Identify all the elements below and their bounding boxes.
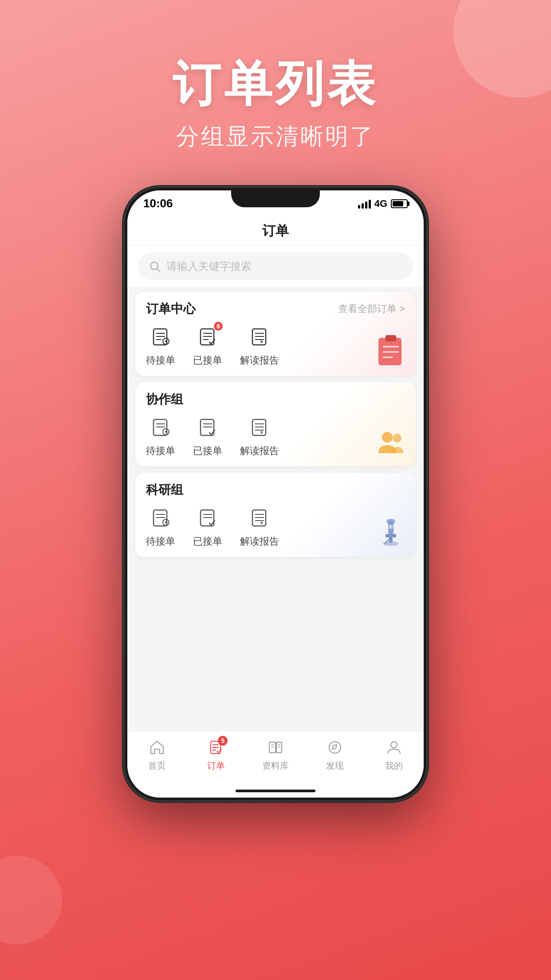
research-report-icon (249, 507, 270, 529)
research-pending-icon-box (148, 506, 173, 530)
search-placeholder: 请输入关键字搜索 (166, 259, 252, 273)
svg-point-68 (391, 742, 397, 748)
order-center-link[interactable]: 查看全部订单 > (338, 302, 405, 316)
collab-report-icon (249, 417, 270, 438)
svg-rect-18 (386, 335, 396, 341)
home-indicator (127, 784, 424, 798)
microscope-deco-icon (377, 518, 407, 550)
phone-screen: 10:06 4G 订单 (127, 190, 424, 798)
svg-point-51 (386, 519, 395, 524)
pending-icon-box (148, 324, 173, 349)
collab-accepted-icon-box (195, 415, 220, 440)
order-center-deco (375, 333, 407, 369)
tab-item-library[interactable]: 资料库 (246, 738, 305, 772)
accepted-icon-box: 9 (195, 324, 220, 349)
svg-point-67 (329, 742, 341, 753)
collab-deco (375, 427, 407, 459)
tab-label-profile: 我的 (385, 760, 403, 772)
research-report-icon-box (247, 506, 272, 530)
svg-rect-61 (269, 742, 276, 753)
tab-label-home: 首页 (148, 760, 166, 772)
order-tab-icon: 5 (206, 738, 226, 757)
svg-rect-52 (386, 534, 396, 537)
status-time: 10:06 (143, 197, 173, 210)
accepted-label: 已接单 (193, 354, 222, 367)
bg-circle-bottom (0, 856, 62, 944)
home-tab-icon (147, 738, 167, 757)
research-accepted-icon (197, 507, 218, 529)
research-accepted-label: 已接单 (193, 535, 222, 548)
accepted-badge: 9 (214, 322, 223, 331)
phone-wrapper: 10:06 4G 订单 (0, 188, 551, 800)
tab-item-home[interactable]: 首页 (127, 738, 187, 772)
report-icon-box (247, 324, 272, 349)
discover-icon (327, 739, 343, 755)
order-center-item-0[interactable]: 待接单 (146, 324, 175, 367)
research-header: 科研组 (146, 482, 405, 498)
svg-line-1 (157, 269, 160, 271)
collab-icons: 待接单 已接单 (146, 415, 405, 458)
status-bar: 10:06 4G (127, 190, 424, 217)
svg-point-56 (389, 525, 393, 529)
tab-item-discover[interactable]: 发现 (305, 738, 365, 772)
svg-point-36 (393, 434, 401, 443)
search-icon (149, 260, 161, 273)
order-center-card: 订单中心 查看全部订单 > (135, 292, 416, 376)
signal-bar-4 (369, 200, 371, 209)
tab-label-order: 订单 (207, 760, 225, 772)
research-pending-label: 待接单 (146, 535, 175, 548)
collab-title: 协作组 (146, 391, 183, 408)
content-area: 订单中心 查看全部订单 > (127, 287, 424, 731)
nav-title: 订单 (262, 222, 289, 240)
signal-bars (358, 199, 371, 209)
collab-accepted-icon (197, 417, 218, 438)
status-icons: 4G (358, 198, 408, 209)
status-4g: 4G (374, 198, 387, 209)
svg-point-0 (151, 262, 158, 269)
tab-bar: 首页 5 订单 (127, 731, 424, 784)
tab-item-profile[interactable]: 我的 (364, 738, 424, 772)
tab-label-library: 资料库 (262, 760, 289, 772)
profile-tab-icon (384, 738, 404, 757)
research-report-label: 解读报告 (240, 535, 279, 548)
collab-pending-icon-box (148, 415, 173, 440)
research-group-card: 科研组 (135, 473, 416, 557)
search-area: 请输入关键字搜索 (127, 245, 424, 287)
home-bar (236, 790, 315, 792)
order-center-title: 订单中心 (146, 300, 196, 317)
collab-report-icon-box (247, 415, 272, 440)
nav-bar: 订单 (127, 217, 424, 245)
people-deco-icon (375, 427, 407, 459)
research-item-1[interactable]: 已接单 (193, 506, 222, 548)
svg-point-35 (382, 432, 393, 443)
pending-order-icon (150, 326, 171, 348)
order-center-header: 订单中心 查看全部订单 > (146, 300, 405, 317)
battery (391, 199, 408, 208)
collab-item-0[interactable]: 待接单 (146, 415, 175, 458)
order-tab-badge: 5 (218, 736, 228, 746)
research-accepted-icon-box (195, 506, 220, 530)
research-pending-icon (150, 507, 171, 529)
tab-label-discover: 发现 (326, 760, 344, 772)
order-center-item-2[interactable]: 解读报告 (240, 324, 279, 367)
collab-accepted-label: 已接单 (193, 444, 222, 458)
research-icons: 待接单 已接单 (146, 506, 405, 548)
collab-pending-icon (150, 417, 171, 438)
signal-bar-1 (358, 205, 360, 209)
order-center-item-1[interactable]: 9 已接单 (193, 324, 222, 367)
tab-item-order[interactable]: 5 订单 (187, 738, 246, 772)
order-center-icons: 待接单 (146, 324, 405, 367)
research-title: 科研组 (146, 482, 183, 498)
svg-rect-62 (276, 742, 282, 753)
signal-bar-3 (365, 202, 367, 209)
research-item-2[interactable]: 解读报告 (240, 506, 279, 548)
pending-label: 待接单 (146, 354, 175, 367)
research-item-0[interactable]: 待接单 (146, 506, 175, 548)
collab-pending-label: 待接单 (146, 444, 175, 458)
signal-bar-2 (362, 203, 364, 209)
collab-item-2[interactable]: 解读报告 (240, 415, 279, 458)
home-icon (149, 739, 165, 755)
search-bar[interactable]: 请输入关键字搜索 (138, 253, 413, 280)
report-label-0: 解读报告 (240, 354, 279, 367)
collab-item-1[interactable]: 已接单 (193, 415, 222, 458)
